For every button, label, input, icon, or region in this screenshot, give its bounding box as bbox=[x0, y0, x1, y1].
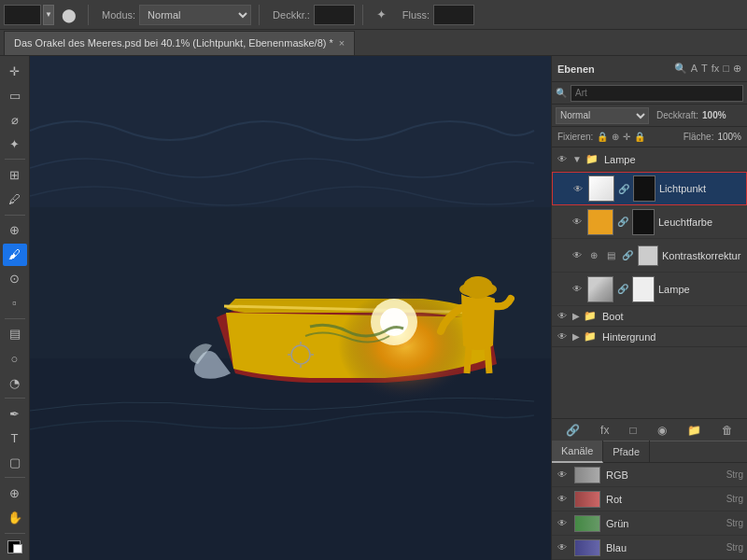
lampe-group-name: Lampe bbox=[604, 154, 743, 165]
fix-icon-1[interactable]: 🔒 bbox=[597, 132, 608, 142]
brush-size-box: 113 ▼ bbox=[4, 5, 54, 25]
panel-search-icon[interactable]: 🔍 bbox=[674, 63, 687, 75]
layer-group-boot-header[interactable]: 👁 ▶ 📁 Boot bbox=[552, 306, 747, 327]
channel-rgb[interactable]: 👁 RGB Strg bbox=[552, 463, 747, 487]
foreground-color-swatch[interactable] bbox=[5, 538, 25, 556]
clone-tool[interactable]: ⊙ bbox=[3, 268, 27, 290]
fix-icon-4[interactable]: 🔒 bbox=[634, 132, 645, 142]
panel-rect-icon[interactable]: □ bbox=[723, 63, 729, 75]
lasso-tool[interactable]: ⌀ bbox=[3, 108, 27, 131]
lampe-child-visibility[interactable]: 👁 bbox=[571, 283, 584, 296]
panel-bottom-icons: 🔗 fx □ ◉ 📁 🗑 bbox=[552, 418, 747, 441]
tab-pfade[interactable]: Pfade bbox=[603, 441, 650, 463]
boot-group-folder-icon: 📁 bbox=[584, 310, 597, 322]
eraser-tool[interactable]: ▫ bbox=[3, 292, 27, 315]
brush-preset-icon[interactable]: ⬤ bbox=[58, 4, 80, 26]
lampe-child-thumb bbox=[587, 276, 613, 302]
gradient-tool[interactable]: ▤ bbox=[3, 323, 27, 345]
tab-close-button[interactable]: × bbox=[339, 37, 345, 49]
healing-tool[interactable]: ⊕ bbox=[3, 219, 27, 242]
dodge-tool[interactable]: ◔ bbox=[3, 371, 27, 394]
panel-a-icon[interactable]: A bbox=[691, 63, 698, 75]
crop-tool[interactable]: ⊞ bbox=[3, 163, 27, 186]
canvas-area[interactable] bbox=[30, 56, 551, 560]
blend-mode-select[interactable]: Normal bbox=[556, 107, 649, 124]
leuchtfarbe-link-icon: 🔗 bbox=[617, 217, 628, 227]
lichtpunkt-visibility[interactable]: 👁 bbox=[571, 182, 585, 195]
channel-rgb-visibility[interactable]: 👁 bbox=[556, 469, 569, 482]
panel-new-group-icon[interactable]: 📁 bbox=[687, 424, 701, 437]
pen-tool[interactable]: ✒ bbox=[3, 402, 27, 425]
fluss-input[interactable]: 100% bbox=[433, 5, 474, 25]
panel-fx-icon[interactable]: fx bbox=[712, 63, 720, 75]
tool-sep-5 bbox=[5, 477, 25, 478]
move-tool[interactable]: ✛ bbox=[3, 60, 27, 82]
panel-adjustment-icon[interactable]: ◉ bbox=[657, 424, 667, 437]
main-area: ✛ ▭ ⌀ ✦ ⊞ 🖊 ⊕ 🖌 ⊙ ▫ ▤ ○ ◔ ✒ T ▢ ⊕ ✋ bbox=[0, 56, 747, 560]
channel-grun-thumb bbox=[574, 515, 600, 532]
fixieren-label: Fixieren: bbox=[557, 132, 593, 142]
channel-blau-visibility[interactable]: 👁 bbox=[556, 541, 569, 554]
channel-grun-visibility[interactable]: 👁 bbox=[556, 517, 569, 530]
layers-search-row: 🔍 bbox=[552, 82, 747, 105]
tab-bar: Das Orakel des Meeres.psd bei 40.1% (Lic… bbox=[0, 30, 747, 56]
marquee-tool[interactable]: ▭ bbox=[3, 84, 27, 106]
channel-grun-shortcut: Strg bbox=[726, 518, 743, 528]
boot-group-visibility[interactable]: 👁 bbox=[556, 310, 569, 323]
layers-panel-header: Ebenen 🔍 A T fx □ ⊕ bbox=[552, 56, 747, 82]
tool-sep-6 bbox=[5, 533, 25, 534]
brush-size-arrow[interactable]: ▼ bbox=[43, 5, 54, 25]
tab-kanale[interactable]: Kanäle bbox=[552, 441, 603, 463]
modus-label: Modus: bbox=[102, 9, 135, 21]
channel-blau[interactable]: 👁 Blau Strg bbox=[552, 536, 747, 560]
channel-rot-name: Rot bbox=[606, 494, 721, 505]
leuchtfarbe-visibility[interactable]: 👁 bbox=[571, 216, 584, 229]
lichtpunkt-thumb bbox=[588, 175, 614, 202]
lampe-child-link-icon: 🔗 bbox=[617, 284, 628, 294]
layer-kontrastkorrektur[interactable]: 👁 ⊕ ▤ 🔗 Kontrastkorrektur bbox=[552, 239, 747, 273]
panel-fx-bottom-icon[interactable]: fx bbox=[600, 424, 609, 437]
lampe-group-folder-icon: 📁 bbox=[585, 153, 599, 165]
layer-group-lampe-header[interactable]: 👁 ▼ 📁 Lampe bbox=[552, 147, 747, 172]
hand-tool[interactable]: ✋ bbox=[3, 506, 27, 528]
lichtpunkt-name: Lichtpunkt bbox=[659, 183, 742, 194]
blend-opacity-row: Normal Deckkraft: 100% bbox=[552, 105, 747, 127]
fluss-label: Fluss: bbox=[402, 9, 430, 21]
layer-leuchtfarbe[interactable]: 👁 🔗 Leuchtfarbe bbox=[552, 205, 747, 239]
channels-list: 👁 RGB Strg 👁 Rot Strg 👁 Grün Strg 👁 Bl bbox=[552, 463, 747, 560]
hintergrund-group-visibility[interactable]: 👁 bbox=[556, 330, 569, 343]
magic-wand-tool[interactable]: ✦ bbox=[3, 133, 27, 155]
panel-header-icons: 🔍 A T fx □ ⊕ bbox=[674, 63, 741, 75]
channel-rot-visibility[interactable]: 👁 bbox=[556, 493, 569, 506]
document-tab-title: Das Orakel des Meeres.psd bei 40.1% (Lic… bbox=[14, 37, 333, 49]
modus-select[interactable]: Normal bbox=[139, 5, 251, 25]
layer-lichtpunkt[interactable]: 👁 🔗 Lichtpunkt bbox=[552, 172, 747, 205]
brush-size-input[interactable]: 113 bbox=[4, 5, 41, 25]
kontrastkorrektur-visibility[interactable]: 👁 bbox=[571, 249, 584, 262]
zoom-tool[interactable]: ⊕ bbox=[3, 482, 27, 504]
panel-link-icon[interactable]: 🔗 bbox=[566, 424, 580, 437]
brush-tool[interactable]: 🖌 bbox=[3, 244, 27, 266]
document-tab[interactable]: Das Orakel des Meeres.psd bei 40.1% (Lic… bbox=[4, 31, 355, 55]
fix-icon-3[interactable]: ✛ bbox=[623, 132, 630, 142]
lampe-child-mask-thumb bbox=[632, 276, 655, 302]
lichtpunkt-mask-thumb bbox=[633, 175, 655, 202]
opacity-input[interactable]: 100% bbox=[314, 5, 355, 25]
channel-rot[interactable]: 👁 Rot Strg bbox=[552, 487, 747, 511]
layers-search-input[interactable] bbox=[571, 85, 743, 102]
channel-grun[interactable]: 👁 Grün Strg bbox=[552, 511, 747, 536]
panel-delete-icon[interactable]: 🗑 bbox=[722, 424, 733, 437]
panel-t-icon[interactable]: T bbox=[701, 63, 708, 75]
eyedropper-tool[interactable]: 🖊 bbox=[3, 188, 27, 210]
blur-tool[interactable]: ○ bbox=[3, 347, 27, 370]
panel-add-icon[interactable]: ⊕ bbox=[733, 63, 741, 75]
text-tool[interactable]: T bbox=[3, 427, 27, 449]
layer-lampe-child[interactable]: 👁 🔗 Lampe bbox=[552, 273, 747, 306]
lampe-child-name: Lampe bbox=[658, 284, 743, 295]
airbrush-btn[interactable]: ✦ bbox=[371, 4, 393, 26]
layer-group-hintergrund-header[interactable]: 👁 ▶ 📁 Hintergrund bbox=[552, 327, 747, 347]
shape-tool[interactable]: ▢ bbox=[3, 451, 27, 473]
panel-new-fill-icon[interactable]: □ bbox=[630, 424, 637, 437]
lampe-group-visibility[interactable]: 👁 bbox=[556, 153, 569, 166]
fix-icon-2[interactable]: ⊕ bbox=[612, 132, 619, 142]
